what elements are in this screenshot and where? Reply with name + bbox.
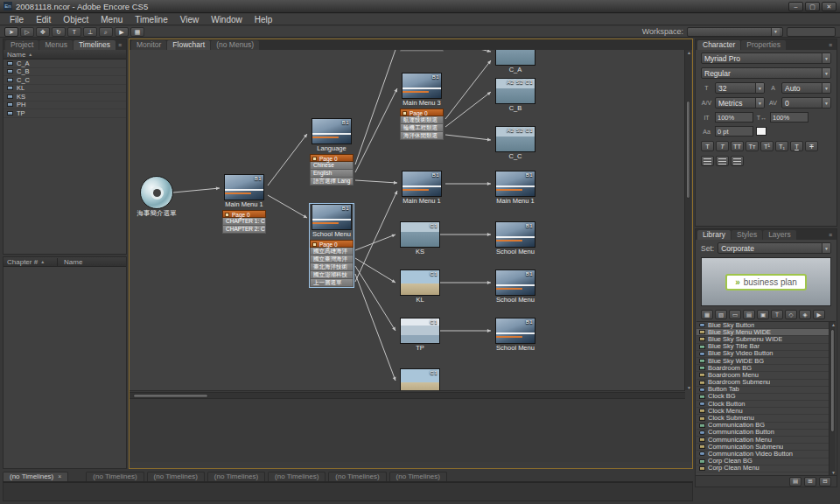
flowchart-node-c-c[interactable]: A2 S2 C1C_C	[494, 126, 537, 161]
rotate-tool[interactable]: ↻	[52, 27, 66, 37]
strikethrough-button[interactable]: T	[805, 141, 818, 151]
maximize-button[interactable]: ▢	[805, 2, 820, 11]
tab-layers[interactable]: Layers	[763, 230, 796, 240]
timeline-tab-3[interactable]: (no Timelines)	[147, 472, 205, 481]
delete-item-button[interactable]: ⊟	[819, 477, 831, 486]
move-tool[interactable]: ✥	[36, 27, 50, 37]
menu-edit[interactable]: Edit	[30, 15, 57, 24]
new-item-button[interactable]: ⊞	[804, 477, 816, 486]
show-all-filter-button[interactable]: ▦	[701, 310, 713, 319]
node-button-link[interactable]: 國立高雄海洋	[310, 248, 354, 256]
timeline-row-kl[interactable]: KL	[4, 85, 126, 94]
text-tool[interactable]: T	[67, 27, 81, 37]
minimize-button[interactable]: –	[788, 2, 803, 11]
tab-character[interactable]: Character	[697, 40, 740, 50]
leading-select[interactable]: Auto ▼	[781, 82, 831, 94]
build-button[interactable]: ▦	[130, 27, 144, 37]
flowchart-node-main-menu-1-right[interactable]: B1Main Menu 1	[494, 171, 537, 206]
timeline-row-ks[interactable]: KS	[4, 93, 126, 102]
vertical-scale-field[interactable]: 100%	[715, 112, 753, 122]
library-set-select[interactable]: Corporate ▼	[718, 242, 831, 254]
buttons-filter-button[interactable]: ▭	[729, 310, 741, 319]
timeline-row-c-c[interactable]: C_C	[4, 76, 126, 85]
close-icon[interactable]: ×	[58, 472, 61, 481]
node-button-link[interactable]: 語言選擇 Lang	[310, 178, 354, 186]
node-button-link[interactable]: 上一層選單	[310, 279, 354, 287]
tab-menus[interactable]: Menus	[39, 40, 73, 50]
timeline-tab-2[interactable]: (no Timelines)	[86, 472, 144, 481]
node-button-link[interactable]: 國立澎湖科技	[310, 271, 354, 279]
underline-button[interactable]: T	[790, 141, 803, 151]
new-menu-button[interactable]: ▤	[789, 477, 802, 486]
close-button[interactable]: ✕	[822, 2, 836, 11]
text-color-swatch[interactable]	[756, 127, 766, 136]
panel-menu-icon[interactable]: ≡	[116, 40, 124, 50]
library-vertical-scrollbar[interactable]: ▲ ▼	[829, 322, 836, 475]
tracking-select[interactable]: 0 ▼	[781, 97, 831, 108]
align-right-button[interactable]	[731, 156, 744, 166]
font-family-select[interactable]: Myriad Pro ▼	[701, 52, 831, 64]
menu-help[interactable]: Help	[248, 15, 279, 24]
flowchart-node-main-menu-2-partial[interactable]: 海洋休閒觀光Main Menu	[400, 50, 444, 52]
workspace-select[interactable]: ▼	[687, 27, 783, 37]
node-button-link[interactable]: 國立臺灣海洋	[310, 256, 354, 263]
flowchart-node-c-a[interactable]: C_A	[494, 50, 537, 74]
kerning-select[interactable]: Metrics ▼	[715, 97, 765, 108]
horizontal-scale-field[interactable]: 100%	[770, 112, 808, 122]
chapters-column-header[interactable]: Chapter # ▲ Name	[4, 257, 126, 267]
flowchart-node-school-menu-r3[interactable]: B1School Menu	[494, 318, 537, 353]
timeline-tab-6[interactable]: (no Timelines)	[328, 472, 386, 481]
timeline-tab-1[interactable]: (no Timelines)×	[3, 472, 68, 481]
menu-view[interactable]: View	[174, 15, 206, 24]
scrollbar-thumb[interactable]	[133, 394, 208, 398]
all-caps-button[interactable]: TT	[731, 141, 744, 151]
faux-bold-button[interactable]: T	[701, 141, 714, 151]
superscript-button[interactable]: T¹	[760, 141, 774, 151]
library-item-corp-clean-menu[interactable]: Corp Clean Menu	[696, 466, 829, 472]
flowchart-node-c-b[interactable]: A2 S2 C1C_B	[494, 78, 537, 113]
node-button-link[interactable]: CHAPTER 2: Ch	[222, 226, 266, 234]
tab-styles[interactable]: Styles	[732, 230, 762, 240]
node-button-link[interactable]: 海洋休閒類選	[400, 132, 444, 140]
node-button-link[interactable]: Chinese	[310, 162, 354, 170]
scrollbar-thumb[interactable]	[686, 101, 690, 199]
flowchart-node-kl[interactable]: C1KL	[398, 270, 442, 304]
panel-menu-icon[interactable]: ≡	[826, 230, 835, 240]
timeline-tab-5[interactable]: (no Timelines)	[268, 472, 326, 481]
menu-object[interactable]: Object	[57, 15, 94, 24]
tab-properties[interactable]: Properties	[741, 40, 786, 50]
timeline-row-tp[interactable]: TP	[4, 109, 126, 118]
flowchart-canvas[interactable]: 海事簡介選單B1Main Menu 1Page 0CHAPTER 1: ChCH…	[130, 50, 685, 391]
flowchart-vertical-scrollbar[interactable]: ▲ ▼	[684, 50, 691, 390]
timelines-column-header[interactable]: Name ▲	[4, 50, 126, 60]
video-filter-button[interactable]: ▶	[813, 310, 825, 319]
font-size-select[interactable]: 32 ▼	[715, 82, 765, 94]
tab-library[interactable]: Library	[697, 230, 731, 240]
timeline-row-ph[interactable]: PH	[4, 102, 126, 110]
flowchart-node-ks[interactable]: C1KS	[398, 221, 442, 256]
preview-button[interactable]: ▶	[115, 27, 129, 37]
zoom-tool[interactable]: ⌕	[99, 27, 113, 37]
node-button-link[interactable]: 輪機工程類選	[400, 124, 444, 132]
flowchart-node-main-menu-3[interactable]: B1Main Menu 3Page 0航運技術類選輪機工程類選海洋休閒類選	[400, 73, 444, 140]
timeline-row-c-b[interactable]: C_B	[4, 68, 126, 77]
text-filter-button[interactable]: T	[771, 310, 783, 319]
node-button-link[interactable]: English	[310, 170, 354, 178]
flowchart-node-tp[interactable]: C1TP	[398, 318, 442, 353]
tab-no-menus[interactable]: (no Menus)	[211, 40, 259, 50]
timeline-tab-7[interactable]: (no Timelines)	[389, 472, 447, 481]
direct-selection-tool[interactable]: ▷	[20, 27, 34, 37]
node-button-link[interactable]: CHAPTER 1: Ch	[222, 218, 266, 226]
node-button-link[interactable]: Main Menu	[400, 50, 444, 52]
scrollbar-thumb[interactable]	[830, 329, 835, 432]
flowchart-node-school-menu[interactable]: B1School MenuPage 0國立高雄海洋國立臺灣海洋臺北海洋技術國立澎…	[310, 204, 354, 287]
tab-project[interactable]: Project	[5, 40, 38, 50]
flowchart-node-school-menu-r2[interactable]: B1School Menu	[494, 270, 537, 304]
workspace-extra-field[interactable]	[787, 27, 836, 37]
scroll-up-icon[interactable]: ▲	[831, 322, 836, 327]
flowchart-node-ph-partial[interactable]: C1	[398, 368, 442, 391]
vertical-text-tool[interactable]: ⊥	[83, 27, 97, 37]
backgrounds-filter-button[interactable]: ▧	[715, 310, 727, 319]
baseline-shift-field[interactable]: 0 pt	[715, 126, 753, 136]
scroll-up-icon[interactable]: ▲	[687, 50, 691, 55]
